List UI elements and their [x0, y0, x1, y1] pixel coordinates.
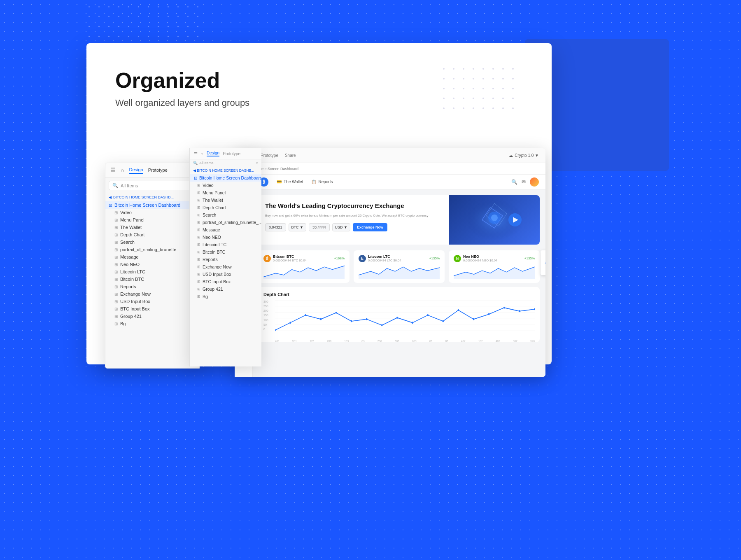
group-icon: ⊞ — [114, 299, 118, 304]
layer-message[interactable]: ⊞ Message — [105, 253, 199, 261]
user-avatar[interactable] — [530, 177, 539, 187]
exchange-now-button[interactable]: Exchange Now — [353, 223, 387, 231]
app-titlebar: Bitcoin Home Screen Dashboard — [235, 163, 545, 175]
design-tab[interactable]: Design — [129, 166, 143, 174]
wallet-nav-item[interactable]: 💳 The Wallet — [277, 180, 303, 184]
hamburger-icon[interactable]: ☰ — [110, 167, 116, 173]
layer-name: The Wallet — [120, 225, 142, 230]
scroll-handle[interactable]: › — [541, 250, 545, 275]
layer-bitcoin[interactable]: ⊞ Bitcoin BTC — [105, 275, 199, 283]
btc-currency-select[interactable]: BTC ▼ — [289, 223, 306, 231]
breadcrumb-bar: ◀ BITCOIN HOME SCREEN DASHB... — [105, 194, 199, 201]
group-icon-right: ⊞ — [197, 280, 200, 284]
usd-value-input[interactable]: 33.4444 — [309, 223, 330, 231]
layer-name: Exchange Now — [120, 292, 151, 296]
right-layer-exchange[interactable]: ⊞ Exchange Now — [190, 263, 261, 271]
usd-currency: USD ▼ — [335, 225, 347, 229]
y-label-300: 300 — [263, 300, 268, 303]
wallet-label: The Wallet — [284, 180, 303, 184]
right-layer-portrait[interactable]: ⊞ portrait_of_smiling_brunette_... — [190, 219, 261, 226]
search-bar[interactable]: 🔍 All Items ▾ — [109, 181, 196, 190]
search-nav-icon[interactable]: 🔍 — [511, 179, 517, 185]
toolbar-share-tab[interactable]: Share — [285, 153, 296, 158]
layer-bitcoin-home[interactable]: ⊡ Bitcoin Home Screen Dashboard — [105, 201, 199, 209]
right-layer-bitcoin-home[interactable]: ⊡ Bitcoin Home Screen Dashboard — [190, 174, 261, 182]
group-icon-right: ⊞ — [197, 198, 200, 202]
prototype-tab-right[interactable]: Prototype — [223, 152, 240, 156]
layer-neo[interactable]: ⊞ Neo NEO — [105, 261, 199, 268]
right-layer-bg[interactable]: ⊞ Bg — [190, 293, 261, 300]
bitcoin-address: 0.000006434 BTC $0.04 — [273, 259, 307, 262]
design-tab-right[interactable]: Design — [207, 151, 219, 156]
right-layer-neo[interactable]: ⊞ Neo NEO — [190, 233, 261, 241]
group-icon: ⊞ — [114, 210, 118, 215]
layer-reports[interactable]: ⊞ Reports — [105, 283, 199, 290]
layer-litecoin[interactable]: ⊞ Litecoin LTC — [105, 268, 199, 275]
layer-search[interactable]: ⊞ Search — [105, 238, 199, 246]
home-icon-right[interactable]: ⌂ — [201, 152, 203, 156]
cloud-icon: ☁ — [509, 153, 513, 158]
x-label: 302 — [513, 340, 517, 343]
layer-group421[interactable]: ⊞ Group 421 — [105, 313, 199, 320]
right-layer-litecoin[interactable]: ⊞ Litecoin LTC — [190, 241, 261, 248]
layer-the-wallet[interactable]: ⊞ The Wallet — [105, 224, 199, 231]
exchange-bar: 0.04321 BTC ▼ 33.4444 USD ▼ Exchange Now — [265, 223, 443, 231]
right-layer-depth-chart[interactable]: ⊞ Depth Chart — [190, 204, 261, 211]
bitcoin-mini-chart — [263, 264, 345, 279]
frame-icon-right: ⊡ — [194, 176, 197, 180]
group-icon-right: ⊞ — [197, 250, 200, 254]
depth-chart-area: 300 250 200 150 100 50 0 — [263, 300, 535, 337]
home-icon[interactable]: ⌂ — [121, 167, 124, 173]
layer-depth-chart[interactable]: ⊞ Depth Chart — [105, 231, 199, 238]
x-label: 86 — [445, 340, 448, 343]
layer-bg[interactable]: ⊞ Bg — [105, 320, 199, 327]
mail-nav-icon[interactable]: ✉ — [522, 179, 526, 185]
group-icon: ⊞ — [114, 262, 118, 267]
right-search-bar[interactable]: 🔍 All Items ▾ — [190, 159, 261, 167]
bitcoin-card-header: ₿ Bitcoin BTC 0.000006434 BTC $0.04 +198… — [263, 254, 345, 262]
group-icon-right: ⊞ — [197, 257, 200, 261]
layer-usd-input[interactable]: ⊞ USD Input Box — [105, 298, 199, 305]
right-layer-name: The Wallet — [203, 198, 223, 203]
breadcrumb-text: BITCOIN HOME SCREEN DASHB... — [113, 195, 174, 199]
neo-card: N Neo NEO 0.000006434 NEO $0.04 +135% — [449, 250, 540, 283]
svg-point-27 — [488, 313, 490, 315]
layer-exchange-now[interactable]: ⊞ Exchange Now — [105, 290, 199, 298]
layer-portrait[interactable]: ⊞ portrait_of_smiling_brunette — [105, 246, 199, 253]
layer-menu-panel[interactable]: ⊞ Menu Panel — [105, 216, 199, 224]
crypto-coin-cards: ₿ Bitcoin BTC 0.000006434 BTC $0.04 +198… — [259, 250, 540, 283]
group-icon: ⊞ — [114, 292, 118, 296]
right-layer-video[interactable]: ⊞ Video — [190, 182, 261, 189]
right-layer-message[interactable]: ⊞ Message — [190, 226, 261, 233]
search-label: All Items — [121, 183, 138, 188]
right-layer-reports[interactable]: ⊞ Reports — [190, 256, 261, 263]
toolbar-prototype-tab[interactable]: Prototype — [261, 153, 278, 158]
hamburger-icon-right[interactable]: ☰ — [194, 152, 198, 156]
usd-currency-select[interactable]: USD ▼ — [332, 223, 350, 231]
prototype-tab[interactable]: Prototype — [148, 167, 168, 173]
right-layer-usd[interactable]: ⊞ USD Input Box — [190, 271, 261, 278]
bitcoin-name: Bitcoin BTC — [273, 254, 307, 259]
layer-name: Bitcoin BTC — [120, 277, 144, 282]
right-layer-name: BTC Input Box — [203, 279, 231, 284]
btc-value-input[interactable]: 0.04321 — [265, 223, 286, 231]
figma-right-panel: ☰ ⌂ Design Prototype 🔍 All Items ▾ ◀ BIT… — [189, 148, 261, 366]
layer-video[interactable]: ⊞ Video — [105, 209, 199, 216]
x-label: 102 — [478, 340, 483, 343]
right-layer-btc[interactable]: ⊞ BTC Input Box — [190, 278, 261, 285]
layer-btc-input[interactable]: ⊞ BTC Input Box — [105, 305, 199, 313]
back-icon: ◀ — [109, 195, 112, 199]
crypto-app: ⌂ 📊 ⚙ ↻ 👤 ↔ 📄 💬 ₿ 💳 The Wallet 📋 Reports — [235, 175, 545, 377]
right-layer-wallet[interactable]: ⊞ The Wallet — [190, 196, 261, 204]
right-layer-search[interactable]: ⊞ Search — [190, 211, 261, 219]
layer-name: Message — [120, 254, 139, 259]
reports-nav-item[interactable]: 📋 Reports — [311, 180, 333, 184]
svg-point-14 — [289, 322, 291, 324]
right-layer-name: Reports — [203, 257, 218, 262]
search-icon: 🔍 — [112, 183, 118, 188]
svg-point-19 — [366, 318, 368, 320]
right-layer-bitcoin[interactable]: ⊞ Bitcoin BTC — [190, 248, 261, 256]
right-layer-menu-panel[interactable]: ⊞ Menu Panel — [190, 189, 261, 196]
right-layer-group421[interactable]: ⊞ Group 421 — [190, 285, 261, 293]
group-icon: ⊞ — [114, 255, 118, 259]
